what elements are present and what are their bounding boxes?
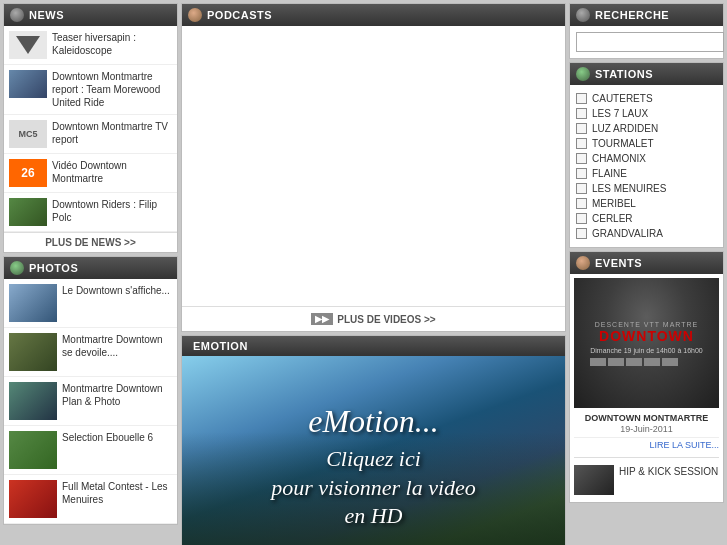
stations-section: STATIONS CAUTERETS LES 7 LAUX LUZ ARDIDE… <box>569 62 724 248</box>
station-checkbox[interactable] <box>576 168 587 179</box>
poster-bg: DESCENTE VTT MARTRE DOWNTOWN Dimanche 19… <box>574 278 719 408</box>
station-label: CAUTERETS <box>592 93 653 104</box>
photo-item[interactable]: Montmartre Downtown se devoile.... <box>4 328 177 377</box>
emotion-video-area[interactable]: eMotion... Cliquez ici pour visionner la… <box>182 356 565 545</box>
emotion-title-header: EMOTION <box>193 340 248 352</box>
photo-thumb <box>9 431 57 469</box>
events-bullet-icon <box>576 256 590 270</box>
news-thumb: 26 <box>9 159 47 187</box>
news-thumb: MC5 <box>9 120 47 148</box>
next-event-thumb <box>574 465 614 495</box>
sponsor-logo <box>644 358 660 366</box>
event-read-more-link[interactable]: LIRE LA SUITE... <box>574 437 719 452</box>
news-thumb <box>9 198 47 226</box>
station-label: CHAMONIX <box>592 153 646 164</box>
photo-item[interactable]: Le Downtown s'affiche... <box>4 279 177 328</box>
news-more-link[interactable]: PLUS DE NEWS >> <box>4 232 177 252</box>
triangle-icon <box>16 36 40 54</box>
emotion-header: EMOTION <box>182 336 565 356</box>
poster-desc-top: DESCENTE VTT MARTRE <box>590 321 702 328</box>
sponsor-logo <box>590 358 606 366</box>
photo-item-text: Le Downtown s'affiche... <box>62 284 170 297</box>
podcasts-title: PODCASTS <box>207 9 272 21</box>
podcasts-header: PODCASTS <box>182 4 565 26</box>
station-label: LES MENUIRES <box>592 183 666 194</box>
recherche-section: RECHERCHE GO <box>569 3 724 59</box>
news-title: NEWS <box>29 9 64 21</box>
station-label: LES 7 LAUX <box>592 108 648 119</box>
stations-body: CAUTERETS LES 7 LAUX LUZ ARDIDEN TOURMAL… <box>570 85 723 247</box>
photo-thumb <box>9 333 57 371</box>
photo-thumb <box>9 480 57 518</box>
news-header: NEWS <box>4 4 177 26</box>
event-poster[interactable]: DESCENTE VTT MARTRE DOWNTOWN Dimanche 19… <box>574 278 719 408</box>
news-item-text: Teaser hiversapin : Kaleidoscope <box>52 31 172 57</box>
news-thumb <box>9 31 47 59</box>
station-item[interactable]: LES 7 LAUX <box>576 106 717 121</box>
photo-item-text: Montmartre Downtown se devoile.... <box>62 333 172 359</box>
search-input[interactable] <box>576 32 724 52</box>
emotion-cta: Cliquez ici pour visionner la video en H… <box>182 445 565 531</box>
more-videos-icon: ▶▶ <box>311 313 333 325</box>
photo-item-text: Full Metal Contest - Les Menuires <box>62 480 172 506</box>
station-item[interactable]: LES MENUIRES <box>576 181 717 196</box>
station-label: GRANDVALIRA <box>592 228 663 239</box>
station-checkbox[interactable] <box>576 93 587 104</box>
news-item-text: Downtown Montmartre TV report <box>52 120 172 146</box>
podcasts-bullet-icon <box>188 8 202 22</box>
events-header: EVENTS <box>570 252 723 274</box>
station-checkbox[interactable] <box>576 123 587 134</box>
station-item[interactable]: CHAMONIX <box>576 151 717 166</box>
photo-thumb <box>9 284 57 322</box>
news-item[interactable]: Downtown Riders : Filip Polc <box>4 193 177 232</box>
station-item[interactable]: CERLER <box>576 211 717 226</box>
events-body: DESCENTE VTT MARTRE DOWNTOWN Dimanche 19… <box>570 274 723 502</box>
station-item[interactable]: MERIBEL <box>576 196 717 211</box>
station-checkbox[interactable] <box>576 228 587 239</box>
station-label: LUZ ARDIDEN <box>592 123 658 134</box>
station-item[interactable]: GRANDVALIRA <box>576 226 717 241</box>
photos-section: PHOTOS Le Downtown s'affiche... Montmart… <box>3 256 178 525</box>
photos-bullet-icon <box>10 261 24 275</box>
station-label: CERLER <box>592 213 633 224</box>
photo-item[interactable]: Full Metal Contest - Les Menuires <box>4 475 177 524</box>
emotion-main-title: eMotion... <box>182 405 565 437</box>
news-item-text: Downtown Riders : Filip Polc <box>52 198 172 224</box>
recherche-header: RECHERCHE <box>570 4 723 26</box>
station-label: TOURMALET <box>592 138 654 149</box>
more-videos-link[interactable]: ▶▶ PLUS DE VIDEOS >> <box>182 306 565 331</box>
photo-thumb <box>9 382 57 420</box>
emotion-line1: Cliquez ici <box>326 446 421 471</box>
podcasts-section: PODCASTS ▶▶ PLUS DE VIDEOS >> <box>181 3 566 332</box>
news-thumb <box>9 70 47 98</box>
station-checkbox[interactable] <box>576 183 587 194</box>
recherche-title: RECHERCHE <box>595 9 669 21</box>
station-item[interactable]: CAUTERETS <box>576 91 717 106</box>
station-checkbox[interactable] <box>576 138 587 149</box>
next-event-title: HIP & KICK SESSION <box>619 465 718 478</box>
station-item[interactable]: TOURMALET <box>576 136 717 151</box>
station-checkbox[interactable] <box>576 213 587 224</box>
emotion-line3: en HD <box>344 503 402 528</box>
station-checkbox[interactable] <box>576 108 587 119</box>
station-checkbox[interactable] <box>576 153 587 164</box>
news-item[interactable]: MC5 Downtown Montmartre TV report <box>4 115 177 154</box>
station-item[interactable]: FLAINE <box>576 166 717 181</box>
photo-item[interactable]: Selection Ebouelle 6 <box>4 426 177 475</box>
station-checkbox[interactable] <box>576 198 587 209</box>
news-item[interactable]: Downtown Montmartre report : Team Morewo… <box>4 65 177 115</box>
event-date: 19-Juin-2011 <box>574 424 719 434</box>
photo-item-text: Selection Ebouelle 6 <box>62 431 153 444</box>
news-item-text: Downtown Montmartre report : Team Morewo… <box>52 70 172 109</box>
station-item[interactable]: LUZ ARDIDEN <box>576 121 717 136</box>
sponsor-logo <box>626 358 642 366</box>
news-item[interactable]: 26 Vidéo Downtown Montmartre <box>4 154 177 193</box>
photo-item-text: Montmartre Downtown Plan & Photo <box>62 382 172 408</box>
event-separator <box>574 457 719 458</box>
recherche-body: GO <box>570 26 723 58</box>
next-event-item[interactable]: HIP & KICK SESSION <box>574 462 719 498</box>
photo-item[interactable]: Montmartre Downtown Plan & Photo <box>4 377 177 426</box>
poster-desc-bottom: Dimanche 19 juin de 14h00 à 16h00 <box>590 347 702 354</box>
news-bullet-icon <box>10 8 24 22</box>
news-item[interactable]: Teaser hiversapin : Kaleidoscope <box>4 26 177 65</box>
